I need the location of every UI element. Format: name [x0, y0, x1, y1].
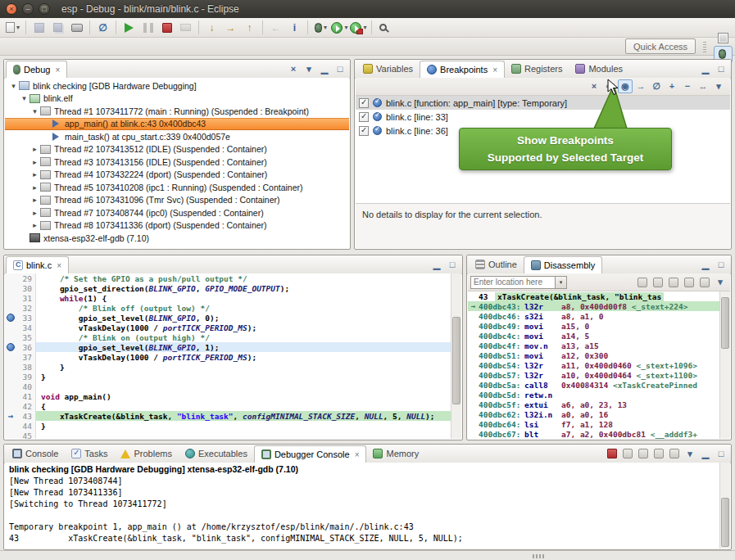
- minimize-button[interactable]: ▁: [698, 62, 713, 76]
- gutter-marker-area[interactable]: [5, 401, 16, 411]
- maximize-button[interactable]: □: [714, 447, 728, 461]
- remove-all-terminated-button[interactable]: ×: [286, 62, 301, 76]
- disassembly-row[interactable]: 400dbc4c:movia14, 5: [468, 331, 730, 341]
- tab-disassembly[interactable]: Disassembly: [524, 256, 602, 273]
- debug-tree-item[interactable]: ▸Thread #6 1073431096 (Tmr Svc) (Suspend…: [5, 194, 349, 207]
- gutter-marker-area[interactable]: [5, 293, 16, 303]
- code-text[interactable]: /* Blink on (output high) */: [36, 332, 451, 342]
- debug-tree-item[interactable]: ▾blink checking [GDB Hardware Debugging]: [5, 79, 349, 93]
- disassembly-row[interactable]: 400dbc67:blta7, a2, 0x400dbc81 <__adddf3…: [468, 429, 730, 439]
- debug-tree-item[interactable]: ▸Thread #8 1073411336 (dport) (Suspended…: [5, 219, 349, 233]
- gutter-marker-area[interactable]: [5, 313, 16, 323]
- tab-variables[interactable]: Variables: [356, 60, 420, 78]
- breakpoint-row[interactable]: blink.c [function: app_main] [type: Temp…: [356, 96, 730, 110]
- remove-launch-button[interactable]: [620, 447, 635, 461]
- code-text[interactable]: /* Set the GPIO as a push/pull output */: [36, 273, 451, 283]
- pin-console-button[interactable]: [667, 447, 682, 461]
- clear-console-button[interactable]: [636, 447, 651, 461]
- terminate-button[interactable]: [158, 19, 175, 36]
- tab-breakpoints[interactable]: Breakpoints×: [420, 61, 505, 78]
- code-line[interactable]: 37 vTaskDelay(1000 / portTICK_PERIOD_MS)…: [5, 352, 451, 362]
- toolbar-grip[interactable]: [703, 40, 706, 52]
- location-dropdown-icon[interactable]: ▾: [556, 276, 567, 289]
- code-line[interactable]: 33 gpio_set_level(BLINK_GPIO, 0);: [5, 313, 451, 323]
- gutter-marker-area[interactable]: [5, 372, 16, 382]
- window-close-button[interactable]: ×: [6, 3, 17, 15]
- tab-blink-c[interactable]: blink.c×: [6, 256, 69, 273]
- disassembly-row[interactable]: 400dbc54:l32ra11, 0x400d0460 <_stext+109…: [468, 360, 730, 370]
- disassembly-row[interactable]: 400dbc49:movia15, 0: [468, 321, 730, 331]
- tab-modules[interactable]: Modules: [569, 60, 629, 78]
- gutter-marker-area[interactable]: [5, 342, 16, 352]
- disassembly-scrollbar-thumb[interactable]: [721, 297, 729, 349]
- view-menu-button[interactable]: ▾: [711, 79, 726, 93]
- step-return-button[interactable]: ↑: [241, 19, 258, 36]
- code-text[interactable]: void app_main(): [36, 391, 451, 401]
- debug-tree-item[interactable]: ▸Thread #4 1073432224 (dport) (Suspended…: [5, 169, 349, 182]
- minimize-button[interactable]: ▁: [317, 62, 332, 76]
- pin-view-button[interactable]: [697, 275, 712, 289]
- debug-tree-item[interactable]: ▸Thread #2 1073413512 (IDLE) (Suspended …: [5, 143, 349, 156]
- code-text[interactable]: vTaskDelay(1000 / portTICK_PERIOD_MS);: [36, 323, 451, 332]
- maximize-button[interactable]: □: [714, 62, 728, 76]
- tab-tasks[interactable]: Tasks: [65, 445, 114, 463]
- disassembly-source-line[interactable]: 43xTaskCreate(&blink_task, "blink_tas: [468, 291, 730, 301]
- code-line[interactable]: →43 xTaskCreate(&blink_task, "blink_task…: [5, 411, 451, 421]
- scroll-lock-button[interactable]: [651, 447, 666, 461]
- code-text[interactable]: vTaskDelay(1000 / portTICK_PERIOD_MS);: [36, 352, 451, 362]
- breakpoint-marker-icon[interactable]: [7, 343, 15, 351]
- statusbar-grip[interactable]: [533, 554, 546, 558]
- breakpoint-checkbox[interactable]: [359, 126, 369, 136]
- code-line[interactable]: 36 gpio_set_level(BLINK_GPIO, 1);: [5, 342, 451, 352]
- twisty-icon[interactable]: ▸: [29, 183, 40, 192]
- gutter-marker-area[interactable]: →: [5, 411, 16, 421]
- gutter-marker-area[interactable]: [5, 332, 16, 342]
- go-to-file-for-breakpoint-button[interactable]: →: [633, 79, 648, 93]
- window-maximize-button[interactable]: □: [39, 3, 50, 15]
- code-text[interactable]: gpio_set_level(BLINK_GPIO, 0);: [36, 313, 451, 323]
- minimize-button[interactable]: ▁: [429, 258, 444, 272]
- code-line[interactable]: 32 /* Blink off (output low) */: [5, 303, 451, 313]
- code-text[interactable]: gpio_set_direction(BLINK_GPIO, GPIO_MODE…: [36, 283, 451, 293]
- code-line[interactable]: 45: [5, 431, 451, 439]
- tab-registers[interactable]: Registers: [505, 60, 569, 78]
- skip-all-breakpoints-button[interactable]: ∅: [94, 19, 111, 36]
- gutter-marker-area[interactable]: [5, 303, 16, 313]
- tab-debug[interactable]: Debug×: [6, 61, 67, 78]
- maximize-button[interactable]: □: [714, 258, 728, 272]
- close-tab-icon[interactable]: ×: [492, 65, 497, 75]
- location-input[interactable]: [470, 276, 556, 289]
- code-text[interactable]: }: [36, 421, 451, 431]
- code-area[interactable]: 29 /* Set the GPIO as a push/pull output…: [5, 273, 451, 439]
- code-text[interactable]: [36, 431, 451, 439]
- code-line[interactable]: 31 while(1) {: [5, 293, 451, 303]
- disassembly-row[interactable]: 400dbc5d:retw.n: [468, 390, 730, 400]
- save-all-button[interactable]: [49, 19, 66, 36]
- gutter-marker-area[interactable]: [5, 362, 16, 372]
- disassembly-scrollbar[interactable]: [719, 291, 730, 439]
- disassembly-row[interactable]: →400dbc43:l32ra8, 0x400d00f8 <_stext+224…: [468, 301, 730, 311]
- save-button[interactable]: [30, 19, 48, 36]
- debug-tree-item[interactable]: main_task() at cpu_start.c:339 0x400d057…: [5, 130, 349, 143]
- view-menu-button[interactable]: ▾: [302, 62, 316, 76]
- suspend-button[interactable]: [139, 19, 157, 36]
- gutter-marker-area[interactable]: [5, 352, 16, 362]
- code-line[interactable]: 40: [5, 382, 451, 391]
- new-wizard-button[interactable]: ▾: [4, 19, 21, 36]
- code-text[interactable]: while(1) {: [36, 293, 451, 303]
- code-text[interactable]: xTaskCreate(&blink_task, "blink_task", c…: [36, 411, 451, 421]
- gutter-marker-area[interactable]: [5, 391, 16, 401]
- sync-with-debug-context-button[interactable]: [635, 275, 650, 289]
- editor-scrollbar[interactable]: [451, 273, 461, 439]
- skip-all-breakpoints-button[interactable]: ∅: [649, 79, 664, 93]
- debug-tree-item[interactable]: ▸Thread #3 1073413156 (IDLE) (Suspended …: [5, 156, 349, 169]
- debug-button[interactable]: ▾: [312, 19, 329, 36]
- view-menu-button[interactable]: ▾: [683, 447, 697, 461]
- refresh-view-button[interactable]: [666, 275, 681, 289]
- debug-tree-item[interactable]: xtensa-esp32-elf-gdb (7.10): [5, 232, 349, 245]
- expand-all-button[interactable]: +: [665, 79, 679, 93]
- disassembly-row[interactable]: 400dbc57:l32ra10, 0x400d0464 <_stext+110…: [468, 370, 730, 380]
- gutter-marker-area[interactable]: [5, 273, 16, 283]
- code-text[interactable]: [36, 382, 451, 391]
- code-line[interactable]: 44}: [5, 421, 451, 431]
